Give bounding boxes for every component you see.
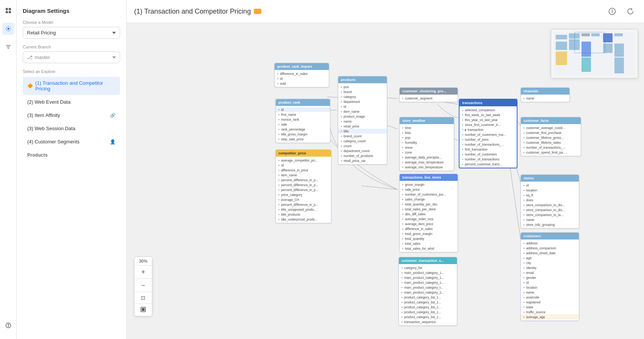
node-body-customer-facts: customer_average_custd... customer_first… [521, 124, 581, 156]
node-row: store_comparison_to_dis... [521, 207, 579, 212]
explore-item-5[interactable]: (4) Customer Segments 👤 [23, 135, 120, 148]
node-row: customer_lifetime_sales [521, 140, 581, 145]
svg-rect-37 [614, 44, 624, 57]
node-row: stop_sale_price [276, 137, 330, 142]
node-transactions-line-items[interactable]: transactions_line_items gross_margin sal… [399, 174, 458, 252]
node-header-product-rank-impact: product_rank_impact [275, 63, 329, 70]
minimap[interactable] [551, 29, 638, 78]
node-row: percent_difference_in_p... [276, 202, 331, 207]
node-row: selected_comparison [460, 107, 517, 112]
node-competitor-price[interactable]: competitor_price average_competitor_pri.… [275, 149, 331, 223]
svg-line-24 [361, 186, 397, 190]
sidebar: Diagram Settings Choose a Model Retail P… [17, 0, 127, 339]
node-header-stores: stores [521, 175, 579, 182]
node-row: sale_price [400, 187, 458, 192]
node-row: postcode [521, 295, 579, 300]
zoom-out-btn[interactable]: − [134, 279, 152, 292]
node-customer-transaction[interactable]: customer_transaction_s... category_list … [399, 257, 457, 326]
node-row: registered [521, 300, 579, 305]
node-row: percent_difference_in_p... [276, 187, 331, 192]
branch-input[interactable]: ⎇ master [23, 51, 120, 63]
svg-point-12 [612, 10, 612, 10]
node-row: title [338, 129, 387, 134]
node-row: this_week_vs_last_week [460, 112, 517, 117]
explore-item-4[interactable]: (3) Web Session Data [23, 122, 120, 135]
node-row: main_product_category_1... [399, 275, 457, 280]
model-select[interactable]: Retail Pricing [23, 27, 120, 39]
choose-model-label: Choose a Model [23, 20, 120, 25]
help-icon-btn[interactable] [2, 319, 14, 331]
node-row: category_list [399, 265, 457, 270]
header-icons [606, 5, 636, 17]
node-row: price_category [276, 192, 331, 197]
node-body-customer-clustering: customer_segment [400, 95, 458, 102]
node-body-products: pos brand category department id item_na… [338, 83, 387, 164]
node-row: count [338, 143, 387, 148]
info-icon-btn[interactable] [606, 5, 618, 17]
node-customer-facts[interactable]: customer_facts customer_average_custd...… [521, 117, 581, 156]
node-customer-clustering[interactable]: customer_clustering_pro... customer_segm… [399, 87, 458, 102]
node-store-weather[interactable]: store_weather time bias pop humidity sno… [399, 117, 454, 171]
node-customers[interactable]: customers address address_comparison add… [521, 232, 579, 321]
node-products[interactable]: products pos brand category department i… [338, 76, 387, 165]
node-header-customer-transaction: customer_transaction_s... [399, 257, 457, 264]
node-row: ▸ transaction [460, 127, 517, 132]
node-row: bias [400, 130, 454, 135]
zoom-in-btn[interactable]: + [134, 266, 152, 279]
node-row: percent_difference_in_p... [276, 182, 331, 187]
svg-rect-2 [6, 11, 8, 13]
node-row: customer_spend_limit_pa... [521, 150, 581, 155]
node-row: total_sales_for_whsl [400, 246, 458, 251]
node-product-rank[interactable]: product_rank id first_name invoice_rank … [275, 99, 330, 143]
node-body-product-rank-impact: difference_in_sales id sold [275, 70, 329, 87]
branch-section: Current Branch ⎇ master [23, 45, 120, 63]
explore-item-2[interactable]: (2) Web Event Data [23, 96, 120, 108]
node-row: item_name [276, 173, 331, 177]
settings-icon-btn[interactable] [2, 23, 14, 35]
explore-label-5: (4) Customer Segments [27, 139, 80, 145]
node-row: id [521, 280, 579, 285]
node-row: main_product_category_2... [399, 290, 457, 295]
refresh-icon-btn[interactable] [624, 5, 636, 17]
node-body-channels: name [521, 95, 569, 102]
node-channels[interactable]: channels name [521, 87, 570, 102]
node-transactions[interactable]: transactions selected_comparison this_we… [459, 99, 517, 168]
node-row: number_of_products [338, 153, 387, 158]
node-body-competitor-price: average_competitor_pri... id difference_… [276, 157, 331, 223]
node-body-transactions-line-items: gross_margin sale_price number_of_custom… [400, 181, 458, 252]
explore-item-3[interactable]: (3) Item Affinity 🔗 [23, 109, 120, 121]
node-stores[interactable]: stores id location sq_ft does store_comp… [521, 174, 579, 229]
node-product-rank-impact[interactable]: product_rank_impact difference_in_sales … [274, 63, 329, 87]
node-row: percent_difference_in_p... [276, 177, 331, 182]
node-row: id [338, 104, 387, 109]
node-row: address_comparison [521, 246, 579, 250]
node-header-products: products [338, 76, 387, 83]
node-row: first_name [276, 112, 330, 117]
explore-item-1[interactable]: 🔶 (1) Transaction and Competitor Pricing [23, 77, 120, 95]
svg-rect-38 [581, 58, 591, 72]
svg-rect-31 [614, 33, 623, 36]
filter-icon-btn[interactable] [2, 41, 14, 53]
svg-rect-36 [603, 44, 613, 53]
node-row: product_category_list_1... [399, 295, 457, 300]
node-row: total_sales [400, 241, 458, 246]
diagram-area[interactable]: product_rank_impact difference_in_sales … [127, 23, 644, 339]
select-explore-label: Select an Explore [23, 69, 120, 74]
zoom-controls: 30% + − ⊡ [134, 257, 152, 316]
node-row: customer_first_purchase [521, 130, 581, 135]
sidebar-title: Diagram Settings [23, 8, 120, 14]
zoom-reset-btn[interactable] [134, 304, 152, 316]
node-row: since_first_customer_tr... [460, 122, 517, 127]
node-row: store_comparison_to_dis... [521, 202, 579, 207]
zoom-fit-btn[interactable]: ⊡ [134, 292, 152, 304]
zoom-level: 30% [134, 257, 152, 266]
node-row: zone [400, 150, 454, 155]
node-row: average_age [521, 314, 579, 319]
node-row: total_quantity_per_sku [400, 202, 458, 207]
node-row: title_gross_margin [276, 132, 330, 137]
branch-icon: ⎇ [27, 54, 33, 60]
node-row: department_count [338, 148, 387, 153]
node-header-store-weather: store_weather [400, 117, 454, 124]
node-row: sold [275, 81, 329, 86]
grid-icon-btn[interactable] [2, 5, 14, 17]
